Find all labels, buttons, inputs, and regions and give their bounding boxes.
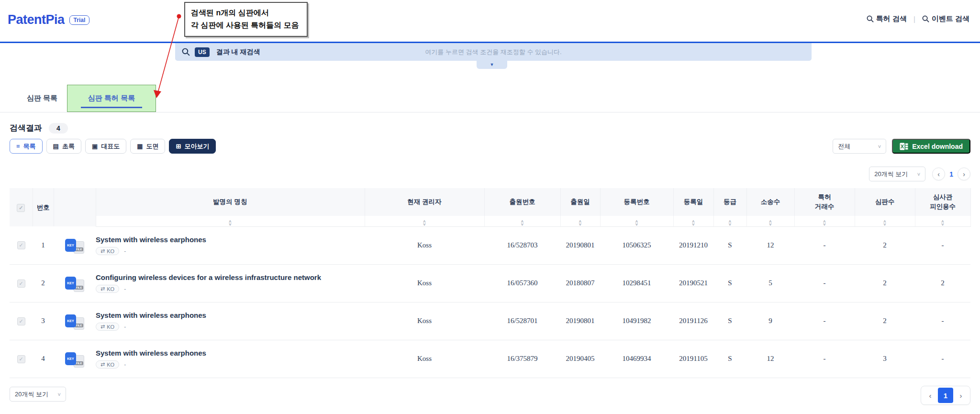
- patent-title-link[interactable]: System with wireless earphones: [96, 349, 365, 357]
- reg-no-cell: 10506325: [600, 226, 673, 264]
- translate-ko-pill[interactable]: ⇄KO: [96, 323, 119, 331]
- lawsuits-cell: 12: [746, 340, 794, 378]
- key-patent-icon[interactable]: KEY: [65, 352, 76, 365]
- page-size-value: 20개씩 보기: [15, 390, 48, 399]
- app-date-cell: 20190405: [560, 340, 600, 378]
- patent-title-link[interactable]: System with wireless earphones: [96, 235, 365, 244]
- chevron-left-icon: ‹: [929, 392, 932, 400]
- row-checkbox[interactable]: ✓: [17, 355, 25, 363]
- translate-ko-pill[interactable]: ⇄KO: [96, 247, 119, 255]
- select-all-cell: ✓: [10, 188, 33, 226]
- chevron-right-icon: ›: [960, 392, 962, 400]
- header-num: 번호: [33, 188, 54, 226]
- refine-search-bar[interactable]: US 결과 내 재검색 여기를 누르면 검색 조건을 재조정할 수 있습니다.: [175, 43, 812, 61]
- page-size-select-top[interactable]: 20개씩 보기 ˅: [869, 167, 925, 181]
- sort-owner[interactable]: ˄˅: [365, 216, 484, 226]
- page-number[interactable]: 1: [938, 388, 953, 403]
- view-figure-button[interactable]: ▣ 대표도: [85, 139, 126, 154]
- sort-down-icon: ˅: [823, 223, 825, 226]
- view-list-label: 목록: [23, 142, 36, 151]
- refine-search-label: 결과 내 재검색: [216, 48, 260, 56]
- sort-app-date[interactable]: ˄˅: [560, 216, 600, 226]
- sort-app-no[interactable]: ˄˅: [484, 216, 560, 226]
- header-icons: [54, 188, 96, 226]
- sort-lawsuits[interactable]: ˄˅: [746, 216, 794, 226]
- search-placeholder: 여기를 누르면 검색 조건을 재조정할 수 있습니다.: [175, 48, 812, 56]
- sort-down-icon: ˅: [229, 223, 231, 226]
- row-num: 2: [33, 264, 54, 302]
- translate-ko-pill[interactable]: ⇄KO: [96, 285, 119, 293]
- header-owner: 현재 권리자: [365, 188, 484, 216]
- search-collapse-toggle[interactable]: ▼: [477, 61, 507, 69]
- key-patent-icon[interactable]: KEY: [65, 314, 76, 327]
- sort-reg-date[interactable]: ˄˅: [673, 216, 713, 226]
- collect-chart-icon: ⊞: [176, 143, 181, 149]
- next-page-button[interactable]: ›: [958, 168, 970, 180]
- row-checkbox[interactable]: ✓: [17, 241, 25, 249]
- trials-cell: 2: [855, 264, 915, 302]
- sort-grade[interactable]: ˄˅: [713, 216, 746, 226]
- row-badges: KEY FILE: [54, 277, 96, 290]
- next-page-button[interactable]: ›: [953, 388, 969, 403]
- row-num: 3: [33, 302, 54, 340]
- table-row: ✓ 4 KEY FILE System with wireless earpho…: [10, 340, 970, 378]
- row-badges: KEY FILE: [54, 352, 96, 365]
- key-patent-icon[interactable]: KEY: [65, 239, 76, 252]
- nav-patent-search[interactable]: 특허 검색: [867, 14, 907, 23]
- select-all-checkbox[interactable]: ✓: [17, 204, 25, 212]
- view-drawing-button[interactable]: ▦ 도면: [130, 139, 165, 154]
- app-logo[interactable]: PatentPia: [8, 12, 65, 27]
- patent-title-link[interactable]: Configuring wireless devices for a wirel…: [96, 273, 365, 281]
- excel-download-button[interactable]: X Excel download: [892, 139, 970, 154]
- annotation-tooltip: 검색된 n개의 심판에서 각 심판에 사용된 특허들의 모음: [184, 2, 308, 37]
- row-checkbox[interactable]: ✓: [17, 317, 25, 325]
- page-size-select-bottom[interactable]: 20개씩 보기 ˅: [10, 387, 66, 402]
- chevron-down-icon: ˅: [878, 144, 881, 149]
- check-icon: ✓: [19, 318, 23, 324]
- family-value: -: [124, 286, 126, 292]
- key-patent-icon[interactable]: KEY: [65, 277, 76, 290]
- page-size-value: 20개씩 보기: [874, 170, 908, 179]
- view-list-button[interactable]: ≡ 목록: [10, 139, 43, 154]
- abstract-icon: ▤: [53, 143, 59, 149]
- sort-trials[interactable]: ˄˅: [855, 216, 915, 226]
- trials-cell: 3: [855, 340, 915, 378]
- top-pagination-row: 20개씩 보기 ˅ ‹ 1 ›: [869, 167, 970, 181]
- sort-reg-no[interactable]: ˄˅: [600, 216, 673, 226]
- sort-title[interactable]: ˄˅: [96, 216, 365, 226]
- top-nav: 특허 검색 | 이벤트 검색: [867, 14, 969, 23]
- annotation-line-2: 각 심판에 사용된 특허들의 모음: [191, 19, 301, 32]
- sort-trades[interactable]: ˄˅: [794, 216, 855, 226]
- logo-wrap: PatentPia Trial: [8, 12, 89, 27]
- view-abstract-button[interactable]: ▤ 초록: [46, 139, 81, 154]
- sort-down-icon: ˅: [579, 223, 581, 226]
- header-grade: 등급: [713, 188, 746, 216]
- tab-trial-patent-list-label: 심판 특허 목록: [88, 94, 135, 103]
- tab-trial-list-label: 심판 목록: [27, 94, 57, 103]
- row-checkbox[interactable]: ✓: [17, 280, 25, 288]
- app-no-cell: 16/375879: [484, 340, 560, 378]
- trial-badge: Trial: [69, 15, 90, 25]
- filter-select[interactable]: 전체 ˅: [833, 139, 886, 154]
- header-app-date: 출원일: [560, 188, 600, 216]
- prev-page-button[interactable]: ‹: [923, 388, 938, 403]
- grade-cell: S: [713, 340, 746, 378]
- tab-trial-list[interactable]: 심판 목록: [19, 85, 65, 111]
- citations-cell: -: [915, 302, 970, 340]
- patent-title-link[interactable]: System with wireless earphones: [96, 311, 365, 319]
- sort-down-icon: ˅: [941, 223, 944, 226]
- tab-trial-patent-list[interactable]: 심판 특허 목록: [67, 85, 156, 112]
- nav-event-search[interactable]: 이벤트 검색: [922, 14, 969, 23]
- results-count-badge: 4: [49, 123, 68, 134]
- excel-icon: X: [900, 143, 908, 150]
- translate-icon: ⇄: [100, 361, 105, 368]
- collect-view-button[interactable]: ⊞ 모아보기: [169, 139, 216, 154]
- page-number[interactable]: 1: [949, 170, 953, 178]
- family-value: -: [124, 248, 126, 255]
- citations-cell: 2: [915, 264, 970, 302]
- translate-ko-pill[interactable]: ⇄KO: [96, 360, 119, 369]
- trades-cell: -: [794, 302, 855, 340]
- sort-citations[interactable]: ˄˅: [915, 216, 970, 226]
- citations-cell: -: [915, 226, 970, 264]
- prev-page-button[interactable]: ‹: [932, 168, 945, 180]
